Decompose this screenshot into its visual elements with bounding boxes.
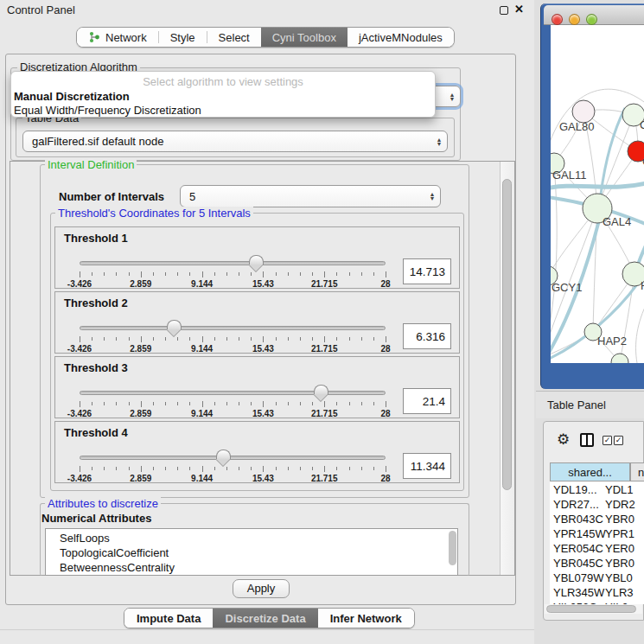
tab-style[interactable]: Style <box>159 28 207 47</box>
network-edge[interactable] <box>620 274 634 362</box>
tab-select[interactable]: Select <box>207 28 261 47</box>
table-horizontal-scrollbar-thumb[interactable] <box>546 605 636 613</box>
tab-cyni-toolbox[interactable]: Cyni Toolbox <box>261 28 348 47</box>
attribute-list-item[interactable]: TopologicalCoefficient <box>60 546 169 559</box>
apply-button[interactable]: Apply <box>233 579 290 598</box>
threshold-3-value-input[interactable] <box>403 388 451 414</box>
attributes-list-scrollbar-thumb[interactable] <box>449 531 456 565</box>
column-layout-icon[interactable] <box>580 433 594 447</box>
tab-impute-data[interactable]: Impute Data <box>124 609 213 628</box>
tick-mark <box>300 402 301 405</box>
slider-handle[interactable] <box>167 320 182 329</box>
slider-handle[interactable] <box>216 450 231 459</box>
combo-arrows-icon: ▲▼ <box>444 92 460 101</box>
slider-track[interactable] <box>80 261 386 265</box>
table-row-name[interactable]: YBR0 <box>605 557 634 570</box>
attribute-list-item[interactable]: SelfLoops <box>60 532 110 545</box>
threshold-4-slider[interactable]: -3.4262.8599.14415.4321.71528 <box>55 446 401 482</box>
table-row-shared-name[interactable]: YBL079W <box>553 571 604 584</box>
algorithm-hint-item[interactable]: Select algorithm to view settings <box>11 75 435 88</box>
tick-mark <box>324 401 325 407</box>
network-edge[interactable] <box>636 302 644 363</box>
table-row-name[interactable]: YPR1 <box>605 527 634 540</box>
combo-arrows-icon: ▲▼ <box>424 192 440 201</box>
table-row-shared-name[interactable]: YBR045C <box>553 557 603 570</box>
threshold-4-value-input[interactable] <box>403 453 451 479</box>
threshold-1-slider[interactable]: -3.4262.8599.14415.4321.71528 <box>55 252 401 288</box>
tick-mark <box>312 337 313 341</box>
tick-mark <box>312 272 313 276</box>
tab-jactivemnodules[interactable]: jActiveMNodules <box>348 28 454 47</box>
threshold-1-label: Threshold 1 <box>64 232 128 245</box>
control-panel-title: Control Panel <box>7 3 75 16</box>
network-edge-thick[interactable] <box>551 182 644 189</box>
attribute-list-item[interactable]: BetweennessCentrality <box>60 561 175 574</box>
table-row-shared-name[interactable]: YBR043C <box>553 513 603 526</box>
threshold-1-value-input[interactable] <box>403 258 451 284</box>
tick-label: 21.715 <box>311 474 338 483</box>
minimize-traffic-light[interactable] <box>569 14 580 25</box>
zoom-traffic-light[interactable] <box>586 14 597 25</box>
table-row-shared-name[interactable]: YER054C <box>553 542 603 555</box>
tab-network[interactable]: Network <box>77 28 158 47</box>
threshold-3-slider[interactable]: -3.4262.8599.14415.4321.71528 <box>55 381 401 418</box>
table-row-name[interactable]: YLR3 <box>605 586 634 599</box>
tick-mark <box>189 337 190 341</box>
vertical-scrollbar-thumb[interactable] <box>502 179 512 490</box>
table-row-name[interactable]: YBL0 <box>605 571 633 584</box>
tick-mark <box>263 401 264 407</box>
tab-infer-network[interactable]: Infer Network <box>318 609 414 628</box>
checkbox-icon[interactable]: ✓ <box>614 436 623 445</box>
table-data-combobox-value: galFiltered.sif default node <box>23 135 431 148</box>
slider-handle[interactable] <box>314 385 328 394</box>
tick-mark <box>336 337 337 341</box>
threshold-2-value-input[interactable] <box>403 323 451 349</box>
table-row-name[interactable]: YER0 <box>605 542 634 555</box>
tick-mark <box>361 402 362 405</box>
tab-discretize-data[interactable]: Discretize Data <box>213 609 317 628</box>
tick-mark <box>129 467 130 470</box>
table-row-shared-name[interactable]: YDL19... <box>553 483 597 496</box>
table-row-shared-name[interactable]: YPR145W <box>553 527 606 540</box>
table-row-shared-name[interactable]: YLR345W <box>553 586 604 599</box>
tick-mark <box>288 337 289 341</box>
tick-mark <box>116 402 117 405</box>
tick-mark <box>214 272 215 276</box>
table-row-name[interactable]: YDL1 <box>605 483 634 496</box>
tick-mark <box>141 401 142 407</box>
number-of-intervals-combobox[interactable]: 5 ▲▼ <box>180 185 441 207</box>
slider-track[interactable] <box>80 326 386 330</box>
threshold-2-slider[interactable]: -3.4262.8599.14415.4321.71528 <box>55 316 401 353</box>
tick-mark <box>92 337 92 341</box>
algorithm-item-manual[interactable]: Manual Discretization <box>14 90 130 103</box>
network-edge-thick[interactable] <box>601 108 625 194</box>
column-header-shared-name[interactable]: shared... <box>550 462 630 481</box>
column-header-name[interactable]: n... <box>630 462 644 481</box>
table-data-combobox[interactable]: galFiltered.sif default node ▲▼ <box>22 131 448 152</box>
network-node-label: GAL11 <box>552 169 587 182</box>
numerical-attributes-label: Numerical Attributes <box>41 512 151 525</box>
tick-mark <box>80 401 80 407</box>
tick-mark <box>251 467 252 470</box>
tick-mark <box>226 272 227 276</box>
network-canvas[interactable]: GAL80GALCGAL11GAL4GCY1HHAP2 <box>551 25 644 363</box>
table-row-name[interactable]: YDR2 <box>605 498 635 511</box>
float-window-icon[interactable] <box>500 6 508 15</box>
close-icon[interactable]: ✕ <box>514 3 524 16</box>
tick-mark <box>373 272 374 276</box>
slider-handle[interactable] <box>249 255 264 265</box>
slider-track[interactable] <box>80 391 386 395</box>
table-row-shared-name[interactable]: YDR27... <box>553 498 599 511</box>
tick-mark <box>104 337 105 341</box>
table-row-name[interactable]: YBR0 <box>605 513 634 526</box>
attributes-group-title: Attributes to discretize <box>45 497 161 510</box>
checkbox-icon[interactable]: ✓ <box>603 436 612 445</box>
algorithm-item-equal-width[interactable]: Equal Width/Frequency Discretization <box>14 104 201 117</box>
tab-select-label: Select <box>219 31 250 44</box>
tick-label: 28 <box>380 279 390 289</box>
tab-network-label: Network <box>105 31 147 44</box>
close-traffic-light[interactable] <box>552 14 563 25</box>
numerical-attributes-list[interactable]: SelfLoopsTopologicalCoefficientBetweenne… <box>45 528 458 576</box>
gear-icon[interactable]: ⚙ <box>557 430 570 449</box>
slider-track[interactable] <box>80 456 386 460</box>
